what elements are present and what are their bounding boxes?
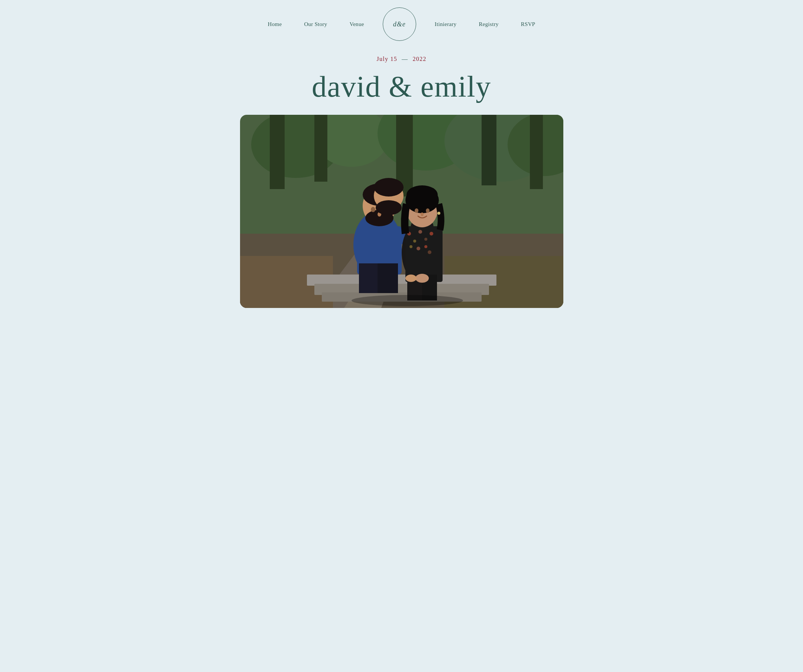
couple-photo xyxy=(240,115,563,308)
svg-point-38 xyxy=(424,245,428,248)
svg-rect-21 xyxy=(359,263,379,293)
date-separator: — xyxy=(402,56,408,62)
wedding-date: July 15 — 2022 xyxy=(376,56,426,62)
svg-rect-30 xyxy=(405,226,442,282)
svg-point-48 xyxy=(437,212,441,215)
main-nav: Home Our Story Venue d&e Itinierary Regi… xyxy=(0,0,803,45)
svg-point-37 xyxy=(416,247,420,250)
svg-point-34 xyxy=(424,238,428,241)
svg-point-53 xyxy=(405,274,416,282)
svg-point-47 xyxy=(421,213,424,216)
date-month-day: July 15 xyxy=(376,56,397,62)
svg-point-45 xyxy=(415,208,418,213)
svg-point-33 xyxy=(418,230,422,234)
page-wrapper: Home Our Story Venue d&e Itinierary Regi… xyxy=(0,0,803,672)
svg-point-35 xyxy=(429,232,433,235)
svg-point-54 xyxy=(351,295,463,306)
nav-our-story[interactable]: Our Story xyxy=(293,21,338,28)
svg-rect-6 xyxy=(270,115,284,189)
couple-names-heading: david & emily xyxy=(312,70,491,104)
nav-itinerary[interactable]: Itinierary xyxy=(424,21,468,28)
nav-logo-text: d&e xyxy=(393,20,406,28)
svg-point-39 xyxy=(428,250,431,254)
nav-home[interactable]: Home xyxy=(257,21,293,28)
nav-venue[interactable]: Venue xyxy=(338,21,375,28)
svg-point-52 xyxy=(415,274,429,283)
svg-rect-22 xyxy=(377,263,398,293)
svg-point-50 xyxy=(374,178,403,196)
svg-point-44 xyxy=(406,185,438,204)
nav-rsvp[interactable]: RSVP xyxy=(510,21,546,28)
svg-point-46 xyxy=(426,208,429,213)
svg-rect-9 xyxy=(481,115,496,185)
svg-point-51 xyxy=(375,200,402,215)
nav-logo[interactable]: d&e xyxy=(383,7,416,41)
nav-registry[interactable]: Registry xyxy=(468,21,510,28)
svg-rect-10 xyxy=(530,115,543,189)
svg-point-36 xyxy=(410,245,413,248)
svg-point-26 xyxy=(371,207,375,212)
svg-point-32 xyxy=(413,240,416,243)
nav-items-container: Home Our Story Venue d&e Itinierary Regi… xyxy=(234,7,569,41)
svg-rect-7 xyxy=(314,115,327,182)
date-year: 2022 xyxy=(413,56,426,62)
couple-photo-container xyxy=(240,115,563,308)
